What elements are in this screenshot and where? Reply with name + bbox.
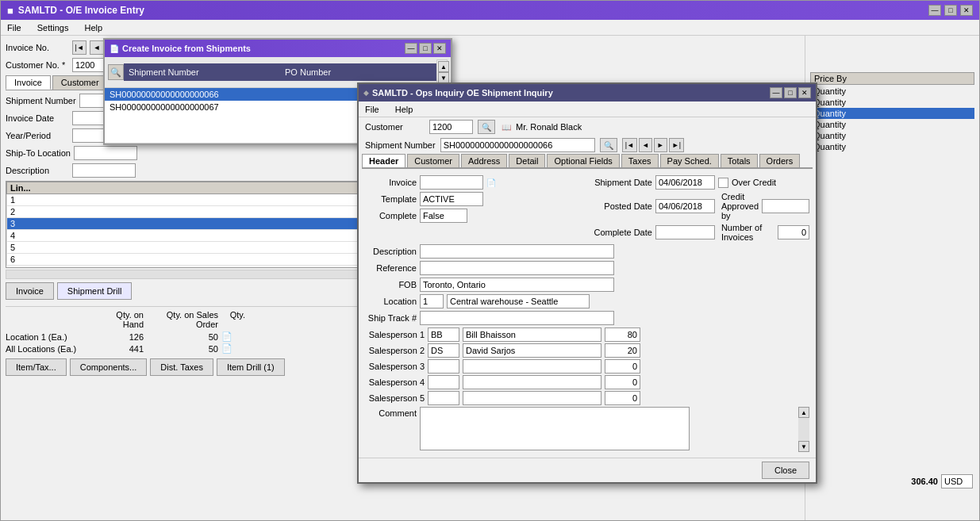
total-amount: 306.40 [911, 477, 938, 486]
tab-customer[interactable]: Customer [407, 154, 459, 167]
fob-label: FOB [365, 280, 417, 289]
location-name-input[interactable] [447, 294, 590, 308]
invoice-label: Invoice No. [6, 43, 69, 52]
create-invoice-maximize[interactable]: □ [419, 43, 432, 54]
close-button-shipment[interactable]: Close [762, 462, 809, 479]
tab-pay-sched[interactable]: Pay Sched. [660, 154, 719, 167]
reference-input[interactable] [420, 261, 614, 275]
tab-optional-fields[interactable]: Optional Fields [547, 154, 619, 167]
salesperson-1-code[interactable] [428, 328, 459, 342]
menu-help[interactable]: Help [81, 22, 106, 33]
invoice-field-input[interactable] [420, 175, 483, 190]
nav-last-btn[interactable]: ►| [669, 138, 684, 152]
shipment-drill-button[interactable]: Shipment Drill [57, 282, 132, 300]
components-button[interactable]: Components... [70, 358, 148, 376]
template-label: Template [365, 194, 417, 204]
menu-file[interactable]: File [4, 22, 25, 33]
over-credit-checkbox[interactable] [718, 178, 728, 188]
ship-to-input[interactable] [74, 146, 137, 160]
salesperson-5-pct[interactable] [605, 391, 640, 405]
price-by-item-4[interactable]: Quantity [810, 119, 974, 130]
right-panel: Price By QuantityQuantityQuantityQuantit… [805, 36, 979, 520]
complete-input[interactable] [420, 209, 467, 223]
item-drill-button[interactable]: Item Drill (1) [217, 358, 285, 376]
template-input[interactable] [420, 192, 483, 206]
shipment-search-btn[interactable]: 🔍 [600, 138, 617, 152]
comment-scroll-down[interactable]: ▼ [798, 441, 809, 452]
price-by-item-3[interactable]: Quantity [810, 108, 974, 119]
nav-next-btn[interactable]: ► [654, 138, 667, 152]
invoice-button[interactable]: Invoice [6, 282, 54, 300]
salesperson-5-name[interactable] [463, 391, 601, 405]
location-label2: Location [365, 297, 417, 306]
salesperson-4-code[interactable] [428, 375, 459, 389]
minimize-button[interactable]: — [928, 5, 941, 16]
invoice-nav-first[interactable]: |◄ [72, 40, 86, 55]
item-tax-button[interactable]: Item/Tax... [6, 358, 67, 376]
tab-taxes[interactable]: Taxes [621, 154, 659, 167]
description-input2[interactable] [420, 244, 614, 259]
salesperson-2-name[interactable] [463, 343, 601, 358]
tab-header[interactable]: Header [362, 154, 405, 167]
location-code-input[interactable] [420, 294, 444, 308]
salesperson-4-pct[interactable] [605, 375, 640, 389]
comment-textarea[interactable] [420, 407, 690, 450]
scroll-up-arrow[interactable]: ▲ [438, 61, 449, 72]
search-icon[interactable]: 🔍 [108, 64, 124, 80]
ship-track-input[interactable] [420, 311, 614, 325]
fob-input[interactable] [420, 278, 614, 292]
shipment-number-field-input[interactable] [440, 138, 595, 152]
num-invoices-input[interactable] [778, 225, 809, 239]
price-by-item-1[interactable]: Quantity [810, 86, 974, 97]
shipment-maximize[interactable]: □ [784, 87, 797, 98]
customer-id-input[interactable] [429, 120, 473, 134]
invoice-nav-prev[interactable]: ◄ [90, 40, 104, 55]
posted-date-input[interactable] [655, 199, 715, 213]
nav-first-btn[interactable]: |◄ [622, 138, 637, 152]
shipment-menu-file[interactable]: File [362, 104, 382, 115]
credit-approved-input[interactable] [762, 199, 809, 213]
shipment-menu-help[interactable]: Help [392, 104, 417, 115]
price-by-item-5[interactable]: Quantity [810, 130, 974, 141]
shipment-close-x[interactable]: ✕ [798, 87, 811, 98]
tab-detail[interactable]: Detail [509, 154, 545, 167]
description-label: Description [6, 166, 69, 175]
maximize-button[interactable]: □ [944, 5, 957, 16]
currency-input[interactable] [941, 474, 973, 488]
menu-settings[interactable]: Settings [34, 22, 72, 33]
salesperson-3-pct[interactable] [605, 359, 640, 374]
dist-taxes-button[interactable]: Dist. Taxes [150, 358, 213, 376]
salesperson-2-code[interactable] [428, 343, 459, 358]
salesperson-2-pct[interactable] [605, 343, 640, 358]
comment-scroll-up[interactable]: ▲ [798, 407, 809, 418]
scroll-down-arrow[interactable]: ▼ [438, 72, 449, 83]
close-button[interactable]: ✕ [960, 5, 973, 16]
salesperson-1-pct[interactable] [605, 328, 640, 342]
salesperson-5-code[interactable] [428, 391, 459, 405]
shipment-date-input[interactable] [655, 175, 715, 190]
nav-prev-btn[interactable]: ◄ [639, 138, 652, 152]
doc-icon-2[interactable]: 📄 [221, 343, 234, 354]
complete-date-input[interactable] [655, 225, 715, 239]
posted-date-label: Posted Date [581, 201, 652, 211]
price-by-item-6[interactable]: Quantity [810, 141, 974, 152]
create-invoice-close[interactable]: ✕ [433, 43, 446, 54]
create-invoice-title-bar: 📄 Create Invoice from Shipments — □ ✕ [105, 40, 451, 57]
shipment-minimize[interactable]: — [770, 87, 782, 98]
tab-customer[interactable]: Customer [52, 75, 108, 90]
salesperson-1-name[interactable] [463, 328, 601, 342]
salesperson-3-name[interactable] [463, 359, 601, 374]
tab-address[interactable]: Address [461, 154, 507, 167]
salesperson-4-name[interactable] [463, 375, 601, 389]
tab-totals[interactable]: Totals [721, 154, 758, 167]
customer-search-btn[interactable]: 🔍 [478, 120, 495, 134]
tab-orders[interactable]: Orders [759, 154, 801, 167]
customer-book-icon[interactable]: 📖 [502, 123, 511, 132]
description-input[interactable] [72, 163, 136, 178]
doc-icon-1[interactable]: 📄 [221, 331, 234, 342]
tab-invoice[interactable]: Invoice [6, 75, 51, 90]
price-by-item-2[interactable]: Quantity [810, 97, 974, 108]
salesperson-3-code[interactable] [428, 359, 459, 374]
create-invoice-minimize[interactable]: — [405, 43, 417, 54]
invoice-doc-icon[interactable]: 📄 [486, 178, 496, 187]
